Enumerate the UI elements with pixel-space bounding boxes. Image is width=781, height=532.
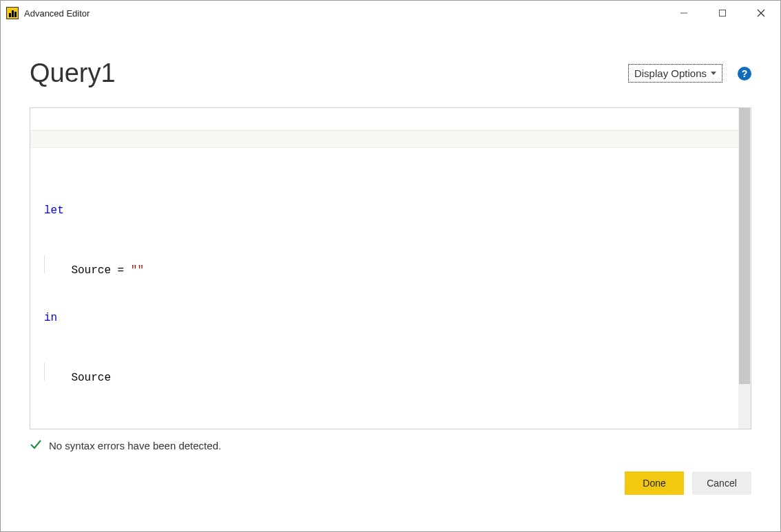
cancel-button[interactable]: Cancel: [692, 471, 751, 495]
code-pane[interactable]: let Source = "" in Source: [30, 108, 738, 429]
footer-buttons: Done Cancel: [30, 471, 751, 495]
code-string: "": [131, 264, 144, 277]
svg-rect-1: [720, 10, 726, 17]
code-identifier: Source =: [71, 264, 130, 277]
titlebar-left: Advanced Editor: [6, 7, 90, 19]
titlebar: Advanced Editor: [1, 1, 780, 25]
powerbi-app-icon: [6, 7, 19, 19]
query-title: Query1: [30, 58, 116, 88]
close-button[interactable]: [742, 1, 780, 25]
display-options-dropdown[interactable]: Display Options: [628, 64, 722, 83]
keyword-in: in: [44, 312, 57, 324]
current-line-highlight: [30, 130, 738, 148]
code-identifier: Source: [71, 372, 111, 384]
keyword-let: let: [44, 204, 64, 217]
done-button[interactable]: Done: [625, 471, 684, 495]
display-options-label: Display Options: [634, 67, 707, 79]
scrollbar-thumb[interactable]: [739, 108, 750, 384]
help-icon[interactable]: ?: [738, 67, 751, 81]
window-controls: [665, 1, 780, 25]
maximize-button[interactable]: [703, 1, 742, 25]
header-right: Display Options ?: [628, 64, 751, 83]
code-text: let Source = "" in Source: [44, 166, 725, 416]
minimize-button[interactable]: [665, 1, 703, 25]
window-title: Advanced Editor: [24, 8, 90, 19]
code-editor[interactable]: let Source = "" in Source: [30, 107, 751, 429]
chevron-down-icon: [711, 72, 716, 75]
vertical-scrollbar[interactable]: [738, 108, 751, 429]
content-area: Query1 Display Options ? let Source = ""…: [1, 25, 780, 531]
header-row: Query1 Display Options ?: [30, 58, 751, 88]
checkmark-icon: [30, 438, 42, 454]
